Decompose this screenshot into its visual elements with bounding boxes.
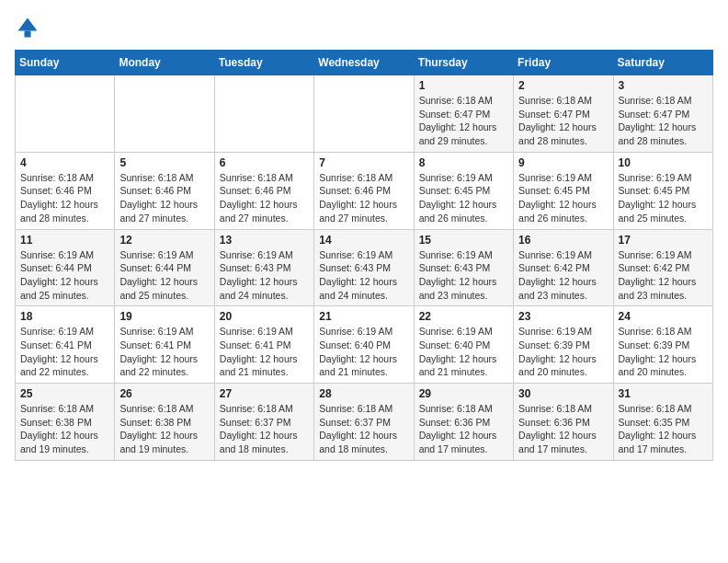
- calendar-cell: 1Sunrise: 6:18 AM Sunset: 6:47 PM Daylig…: [414, 75, 513, 153]
- calendar-cell: 10Sunrise: 6:19 AM Sunset: 6:45 PM Dayli…: [613, 152, 712, 229]
- day-number: 7: [319, 156, 408, 169]
- logo: [15, 15, 44, 40]
- day-number: 18: [20, 310, 109, 323]
- weekday-header: Wednesday: [314, 51, 414, 75]
- weekday-header: Friday: [514, 51, 613, 75]
- day-number: 15: [419, 234, 508, 247]
- calendar-cell: 22Sunrise: 6:19 AM Sunset: 6:40 PM Dayli…: [414, 306, 513, 384]
- calendar-cell: 9Sunrise: 6:19 AM Sunset: 6:45 PM Daylig…: [514, 152, 613, 229]
- day-info: Sunrise: 6:18 AM Sunset: 6:46 PM Dayligh…: [220, 171, 309, 225]
- day-number: 1: [419, 79, 508, 92]
- day-number: 2: [518, 79, 608, 92]
- week-row: 1Sunrise: 6:18 AM Sunset: 6:47 PM Daylig…: [16, 75, 713, 153]
- calendar-cell: 2Sunrise: 6:18 AM Sunset: 6:47 PM Daylig…: [514, 75, 613, 153]
- calendar-cell: 14Sunrise: 6:19 AM Sunset: 6:43 PM Dayli…: [314, 229, 414, 306]
- day-number: 29: [419, 387, 508, 400]
- day-info: Sunrise: 6:19 AM Sunset: 6:41 PM Dayligh…: [20, 325, 109, 379]
- day-number: 28: [319, 387, 408, 400]
- day-info: Sunrise: 6:18 AM Sunset: 6:37 PM Dayligh…: [220, 402, 309, 456]
- day-number: 17: [619, 234, 708, 247]
- day-number: 12: [119, 234, 209, 247]
- weekday-header: Monday: [115, 51, 214, 75]
- day-number: 21: [319, 310, 408, 323]
- calendar-cell: 20Sunrise: 6:19 AM Sunset: 6:41 PM Dayli…: [214, 306, 313, 384]
- day-info: Sunrise: 6:19 AM Sunset: 6:43 PM Dayligh…: [319, 248, 408, 303]
- calendar-cell: 6Sunrise: 6:18 AM Sunset: 6:46 PM Daylig…: [214, 152, 313, 229]
- calendar-cell: 26Sunrise: 6:18 AM Sunset: 6:38 PM Dayli…: [115, 384, 214, 461]
- day-info: Sunrise: 6:19 AM Sunset: 6:39 PM Dayligh…: [518, 325, 608, 379]
- day-number: 19: [119, 310, 209, 323]
- day-number: 25: [20, 387, 109, 400]
- calendar-cell: 29Sunrise: 6:18 AM Sunset: 6:36 PM Dayli…: [414, 384, 513, 461]
- day-number: 23: [518, 310, 608, 323]
- day-info: Sunrise: 6:19 AM Sunset: 6:40 PM Dayligh…: [419, 325, 508, 379]
- day-info: Sunrise: 6:18 AM Sunset: 6:37 PM Dayligh…: [319, 402, 408, 456]
- day-info: Sunrise: 6:18 AM Sunset: 6:36 PM Dayligh…: [419, 402, 508, 456]
- calendar-cell: 7Sunrise: 6:18 AM Sunset: 6:46 PM Daylig…: [314, 152, 414, 229]
- week-row: 25Sunrise: 6:18 AM Sunset: 6:38 PM Dayli…: [16, 384, 713, 461]
- week-row: 11Sunrise: 6:19 AM Sunset: 6:44 PM Dayli…: [16, 229, 713, 306]
- day-number: 31: [619, 387, 708, 400]
- day-number: 11: [20, 234, 109, 247]
- day-info: Sunrise: 6:19 AM Sunset: 6:42 PM Dayligh…: [518, 248, 608, 303]
- calendar-cell: [16, 75, 115, 153]
- day-number: 26: [119, 387, 209, 400]
- calendar-cell: 11Sunrise: 6:19 AM Sunset: 6:44 PM Dayli…: [16, 229, 115, 306]
- week-row: 18Sunrise: 6:19 AM Sunset: 6:41 PM Dayli…: [16, 306, 713, 384]
- day-info: Sunrise: 6:19 AM Sunset: 6:40 PM Dayligh…: [319, 325, 408, 379]
- weekday-header: Sunday: [16, 51, 115, 75]
- day-info: Sunrise: 6:19 AM Sunset: 6:43 PM Dayligh…: [220, 248, 309, 303]
- day-number: 9: [518, 156, 608, 169]
- svg-rect-1: [25, 31, 31, 38]
- day-info: Sunrise: 6:18 AM Sunset: 6:35 PM Dayligh…: [619, 402, 708, 456]
- calendar-cell: 31Sunrise: 6:18 AM Sunset: 6:35 PM Dayli…: [613, 384, 712, 461]
- day-info: Sunrise: 6:18 AM Sunset: 6:46 PM Dayligh…: [319, 171, 408, 225]
- day-info: Sunrise: 6:19 AM Sunset: 6:45 PM Dayligh…: [419, 171, 508, 225]
- calendar-cell: 12Sunrise: 6:19 AM Sunset: 6:44 PM Dayli…: [115, 229, 214, 306]
- calendar-cell: 25Sunrise: 6:18 AM Sunset: 6:38 PM Dayli…: [16, 384, 115, 461]
- calendar-table: SundayMondayTuesdayWednesdayThursdayFrid…: [15, 50, 713, 461]
- day-info: Sunrise: 6:19 AM Sunset: 6:44 PM Dayligh…: [119, 248, 209, 303]
- calendar-cell: 23Sunrise: 6:19 AM Sunset: 6:39 PM Dayli…: [514, 306, 613, 384]
- day-number: 27: [220, 387, 309, 400]
- calendar-cell: 24Sunrise: 6:18 AM Sunset: 6:39 PM Dayli…: [613, 306, 712, 384]
- day-number: 10: [619, 156, 708, 169]
- day-info: Sunrise: 6:18 AM Sunset: 6:47 PM Dayligh…: [518, 94, 608, 148]
- day-number: 6: [220, 156, 309, 169]
- day-number: 16: [518, 234, 608, 247]
- day-info: Sunrise: 6:19 AM Sunset: 6:43 PM Dayligh…: [419, 248, 508, 303]
- weekday-header: Saturday: [613, 51, 712, 75]
- calendar-cell: 5Sunrise: 6:18 AM Sunset: 6:46 PM Daylig…: [115, 152, 214, 229]
- day-number: 4: [20, 156, 109, 169]
- day-info: Sunrise: 6:19 AM Sunset: 6:45 PM Dayligh…: [518, 171, 608, 225]
- calendar-cell: 18Sunrise: 6:19 AM Sunset: 6:41 PM Dayli…: [16, 306, 115, 384]
- calendar-cell: 30Sunrise: 6:18 AM Sunset: 6:36 PM Dayli…: [514, 384, 613, 461]
- day-info: Sunrise: 6:18 AM Sunset: 6:46 PM Dayligh…: [20, 171, 109, 225]
- weekday-header: Thursday: [414, 51, 513, 75]
- day-number: 3: [619, 79, 708, 92]
- calendar-cell: 15Sunrise: 6:19 AM Sunset: 6:43 PM Dayli…: [414, 229, 513, 306]
- day-info: Sunrise: 6:19 AM Sunset: 6:44 PM Dayligh…: [20, 248, 109, 303]
- day-number: 14: [319, 234, 408, 247]
- page-header: [15, 15, 713, 40]
- week-row: 4Sunrise: 6:18 AM Sunset: 6:46 PM Daylig…: [16, 152, 713, 229]
- day-info: Sunrise: 6:18 AM Sunset: 6:38 PM Dayligh…: [119, 402, 209, 456]
- day-number: 13: [220, 234, 309, 247]
- calendar-cell: 4Sunrise: 6:18 AM Sunset: 6:46 PM Daylig…: [16, 152, 115, 229]
- weekday-header: Tuesday: [214, 51, 313, 75]
- calendar-cell: 16Sunrise: 6:19 AM Sunset: 6:42 PM Dayli…: [514, 229, 613, 306]
- weekday-row: SundayMondayTuesdayWednesdayThursdayFrid…: [16, 51, 713, 75]
- calendar-header: SundayMondayTuesdayWednesdayThursdayFrid…: [16, 51, 713, 75]
- svg-marker-0: [18, 18, 38, 31]
- logo-icon: [15, 15, 40, 40]
- day-number: 20: [220, 310, 309, 323]
- calendar-cell: 27Sunrise: 6:18 AM Sunset: 6:37 PM Dayli…: [214, 384, 313, 461]
- day-number: 5: [119, 156, 209, 169]
- day-number: 8: [419, 156, 508, 169]
- day-info: Sunrise: 6:19 AM Sunset: 6:41 PM Dayligh…: [119, 325, 209, 379]
- calendar-body: 1Sunrise: 6:18 AM Sunset: 6:47 PM Daylig…: [16, 75, 713, 461]
- day-number: 22: [419, 310, 508, 323]
- day-info: Sunrise: 6:18 AM Sunset: 6:47 PM Dayligh…: [619, 94, 708, 148]
- day-info: Sunrise: 6:19 AM Sunset: 6:42 PM Dayligh…: [619, 248, 708, 303]
- day-info: Sunrise: 6:19 AM Sunset: 6:41 PM Dayligh…: [220, 325, 309, 379]
